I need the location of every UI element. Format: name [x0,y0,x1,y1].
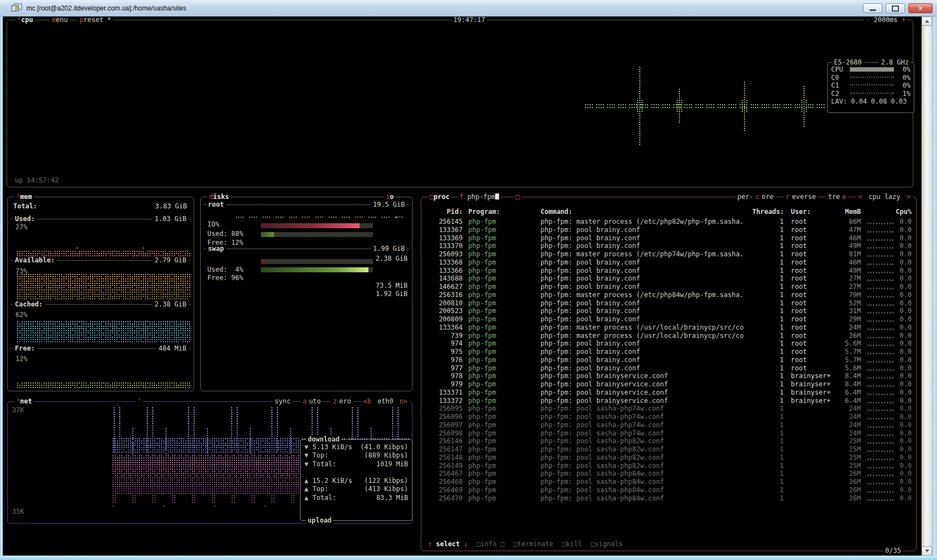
cell-program: php-fpm [468,470,496,478]
proc-row[interactable]: 256147php-fpmphp-fpm: pool sasha-php82w.… [421,445,916,454]
maximize-button[interactable] [886,3,905,13]
proc-row[interactable]: 133372php-fpmphp-fpm: pool brainyservice… [421,397,916,405]
disks-box-title[interactable]: disks [207,193,231,201]
proc-row[interactable]: 133370php-fpmphp-fpm: pool brainy.conf1r… [421,242,916,250]
proc-row[interactable]: 133369php-fpmphp-fpm: pool brainy.conf1r… [421,234,916,243]
cell-user: root [791,234,807,243]
proc-row[interactable]: 256149php-fpmphp-fpm: pool sasha-php82w.… [421,462,916,470]
cell-cpu: 0.0 [880,413,912,421]
proc-row[interactable]: 979php-fpmphp-fpm: pool brainyservice.co… [421,380,916,389]
kill-button[interactable]: □kill [562,540,582,548]
terminate-button[interactable]: □terminate [513,540,553,548]
proc-row[interactable]: 143688php-fpmphp-fpm: pool brainy.conf1r… [421,274,916,283]
cell-cpu: 0.0 [880,429,912,438]
window-border-right [932,17,937,556]
cell-cpu: 0.0 [880,462,912,470]
proc-row[interactable]: 975php-fpmphp-fpm: pool brainy.conf1root… [421,348,916,356]
proc-row[interactable]: 978php-fpmphp-fpm: pool brainyservice.co… [421,372,916,380]
col-cpu[interactable]: Cpu% [880,208,912,216]
net-sync-toggle[interactable]: sync [272,397,293,406]
cell-program: php-fpm [468,380,496,389]
cell-threads: 1 [752,315,784,324]
proc-row[interactable]: 256467php-fpmphp-fpm: pool sasha-php84w.… [421,470,916,478]
proc-row[interactable]: 256470php-fpmphp-fpm: pool sasha-php84w.… [421,494,916,503]
proc-row[interactable]: 256469php-fpmphp-fpm: pool sasha-php84w.… [421,486,916,494]
minimize-button[interactable] [863,3,882,13]
net-interface-switch[interactable]: <b eth0 n> [361,397,410,406]
proc-row[interactable]: 256316php-fpmphp-fpm: master process (/e… [421,291,916,299]
download-total-row: ▼ Total:1019 MiB [301,460,412,469]
proc-row[interactable]: 256097php-fpmphp-fpm: pool sasha-php74w.… [421,421,916,429]
disks-box: disks io root 19.5 GiB IO% Used: 88% 17.… [200,197,413,391]
cpu-box-title[interactable]: ¹cpu [15,17,35,24]
reverse-toggle[interactable]: reverse [784,193,818,201]
cell-mem: 8.4M [831,372,861,380]
col-user[interactable]: User: [791,208,811,216]
proc-row[interactable]: 256148php-fpmphp-fpm: pool sasha-php82w.… [421,454,916,462]
proc-row[interactable]: 256095php-fpmphp-fpm: pool sasha-php74w.… [421,405,916,413]
preset-button[interactable]: preset * [78,17,113,24]
proc-row[interactable]: 739php-fpmphp-fpm: master process (/usr/… [421,332,916,340]
proc-row[interactable]: 146627php-fpmphp-fpm: pool brainy.conf1r… [421,283,916,291]
cell-cpu: 0.0 [880,299,912,308]
signals-button[interactable]: □signals [591,540,623,548]
sort-selector[interactable]: < cpu lazy > [856,193,913,201]
proc-row[interactable]: 133371php-fpmphp-fpm: pool brainyservice… [421,389,916,397]
cell-threads: 1 [752,332,784,340]
cell-pid: 975 [426,348,463,356]
close-button[interactable]: ✕ [908,3,933,13]
upload-speed-bits: (122 Kibps) [365,477,408,485]
col-threads[interactable]: Threads: [752,208,784,216]
menu-button[interactable]: menu [50,17,69,24]
mem-box-title[interactable]: ²mem [14,193,34,201]
cell-threads: 1 [752,445,784,454]
scrollbar-track[interactable] [922,17,932,556]
cell-mem: 24M [831,324,861,332]
proc-row[interactable]: 974php-fpmphp-fpm: pool brainy.conf1root… [421,340,916,348]
window-titlebar[interactable]: mc [root@a202.itdeveloper.com.ua]:/home/… [0,0,937,17]
proc-row[interactable]: 133367php-fpmphp-fpm: pool brainy.conf1r… [421,226,916,234]
net-auto-toggle[interactable]: auto [301,397,323,406]
cell-command: php-fpm: pool sasha-php82w.conf [540,437,664,445]
proc-row[interactable]: 256145php-fpmphp-fpm: master process (/e… [421,218,916,226]
proc-filter-input[interactable]: f php-fpm [458,193,501,201]
update-interval-control[interactable]: - 2000ms + [864,17,907,24]
per-core-toggle[interactable]: per-core [735,193,776,201]
cell-mem: 24M [831,429,861,438]
download-total-value: 1019 MiB [376,460,408,469]
net-box-title[interactable]: ³net [14,397,34,406]
scroll-up-button[interactable] [922,17,932,26]
proc-row[interactable]: 133368php-fpmphp-fpm: pool brainy.conf1r… [421,259,916,267]
select-control[interactable]: ↑ select ↓ [428,540,468,548]
proc-row[interactable]: 256468php-fpmphp-fpm: pool sasha-php84w.… [421,478,916,486]
mem-total-label: Total: [13,202,37,211]
col-command[interactable]: Command: [540,208,572,216]
col-pid[interactable]: Pid: [426,208,463,216]
proc-row[interactable]: 133364php-fpmphp-fpm: master process (/u… [421,324,916,332]
cell-mem: 8.4M [831,380,861,389]
proc-box-title[interactable]: □proc [428,193,451,201]
info-button[interactable]: □info □ [476,540,505,548]
proc-row[interactable]: 200810php-fpmphp-fpm: pool brainy.conf1r… [421,299,916,308]
cpu-row-value: 0% [897,66,911,74]
proc-row[interactable]: 256096php-fpmphp-fpm: pool sasha-php74w.… [421,413,916,421]
proc-row[interactable]: 256146php-fpmphp-fpm: pool sasha-php82w.… [421,437,916,445]
io-mode-toggle[interactable]: io [384,193,395,201]
proc-row[interactable]: 976php-fpmphp-fpm: pool brainy.conf1root… [421,356,916,364]
proc-row[interactable]: 256093php-fpmphp-fpm: master process (/e… [421,250,916,259]
proc-row[interactable]: 977php-fpmphp-fpm: pool brainy.conf1root… [421,364,916,373]
net-zero-toggle[interactable]: zero [331,397,354,406]
proc-row[interactable]: 200523php-fpmphp-fpm: pool brainy.conf1r… [421,307,916,315]
proc-row[interactable]: 133366php-fpmphp-fpm: pool brainy.conf1r… [421,267,916,275]
scroll-down-button[interactable] [922,546,932,556]
proc-row[interactable]: 256098php-fpmphp-fpm: pool sasha-php74w.… [421,429,916,438]
col-mem[interactable]: MemB [831,208,861,216]
cell-command: php-fpm: master process (/etc/php74w/php… [540,250,743,259]
app-window: mc [root@a202.itdeveloper.com.ua]:/home/… [0,0,937,560]
down-arrow-icon: ▼ [304,443,308,451]
cell-cpu: 0.0 [880,389,912,397]
tree-toggle[interactable]: tree [826,193,848,201]
arrow-down-icon [925,550,929,552]
proc-row[interactable]: 200809php-fpmphp-fpm: pool brainy.conf1r… [421,315,916,324]
col-program[interactable]: Program: [468,208,500,216]
